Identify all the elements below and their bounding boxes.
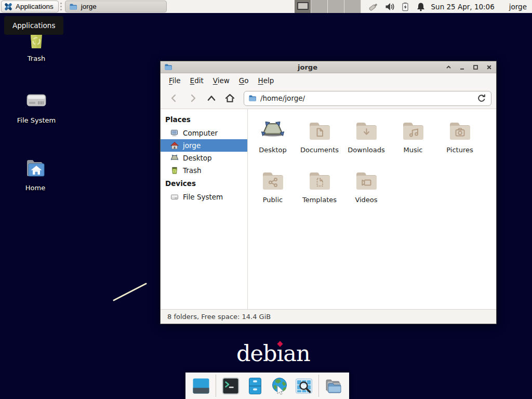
- applications-menu-button[interactable]: Applications: [1, 1, 59, 12]
- statusbar: 8 folders, Free space: 14.4 GiB: [161, 309, 496, 324]
- sidebar-item-computer[interactable]: Computer: [161, 127, 247, 139]
- app-finder-icon: [295, 377, 313, 395]
- folder-label: Desktop: [259, 146, 287, 154]
- desktop-icon-home[interactable]: Home: [9, 155, 61, 192]
- menu-go[interactable]: Go: [234, 74, 254, 87]
- notifications-bell-icon[interactable]: [416, 2, 426, 12]
- minimize-button[interactable]: [459, 64, 466, 71]
- sidebar-item-desktop[interactable]: Desktop: [161, 152, 247, 164]
- workspace-1[interactable]: [295, 0, 311, 13]
- file-manager-window: jorge FileEditViewGoHelp /home/jorge/ Pl…: [160, 61, 497, 324]
- menu-view[interactable]: View: [208, 74, 234, 87]
- desktop-icon-label: File System: [17, 116, 56, 124]
- folder-label: Music: [404, 146, 423, 154]
- folder-pictures[interactable]: Pictures: [436, 118, 483, 168]
- dock-terminal-button[interactable]: [221, 376, 241, 396]
- computer-icon: [170, 129, 179, 137]
- workspace-4[interactable]: [344, 0, 361, 13]
- taskbar-window-label: jorge: [81, 3, 97, 10]
- drive-big-icon: [24, 88, 49, 113]
- workspace-3[interactable]: [328, 0, 344, 13]
- desktop-icon-label: Trash: [28, 55, 45, 62]
- workspace-switcher: [295, 0, 361, 13]
- terminal-icon: [221, 377, 240, 395]
- folder-downloads[interactable]: Downloads: [343, 118, 390, 168]
- panel-username: jorge: [509, 3, 527, 11]
- sidebar-item-jorge[interactable]: jorge: [161, 139, 247, 152]
- desktop-place-icon: [170, 154, 179, 162]
- window-titlebar[interactable]: jorge: [161, 61, 496, 73]
- folder-document-icon: [307, 118, 332, 143]
- home-button[interactable]: [221, 90, 238, 106]
- folder-label: Public: [263, 196, 283, 204]
- up-button[interactable]: [203, 90, 220, 106]
- sidebar-item-trash[interactable]: Trash: [161, 164, 247, 177]
- sidebar-item-label: File System: [183, 193, 223, 201]
- taskbar-window-button[interactable]: jorge: [65, 1, 167, 12]
- menu-help[interactable]: Help: [254, 74, 279, 87]
- home-big-icon: [23, 155, 48, 180]
- dock-separator: [216, 375, 216, 397]
- folder-documents[interactable]: Documents: [296, 118, 343, 168]
- home-place-icon: [170, 141, 179, 150]
- folder-public[interactable]: Public: [249, 168, 296, 218]
- folder-music-icon: [401, 118, 425, 143]
- bottom-dock: [185, 373, 349, 399]
- desktop-icon-file-system[interactable]: File System: [10, 88, 62, 124]
- dock-directory-menu-button[interactable]: [324, 376, 343, 396]
- menu-file[interactable]: File: [164, 74, 185, 87]
- sidebar: Places ComputerjorgeDesktopTrash Devices…: [161, 109, 248, 309]
- sidebar-item-label: Trash: [183, 166, 202, 175]
- maximize-button[interactable]: [472, 64, 479, 71]
- folder-templates[interactable]: Templates: [296, 168, 343, 218]
- dock-show-desktop-button[interactable]: [191, 376, 211, 396]
- desktop-line-artifact: [109, 280, 151, 303]
- battery-icon[interactable]: [400, 2, 410, 12]
- path-text[interactable]: /home/jorge/: [260, 94, 472, 102]
- debian-logo-dot: [277, 341, 283, 347]
- statusbar-text: 8 folders, Free space: 14.4 GiB: [167, 313, 271, 321]
- sidebar-item-label: jorge: [183, 141, 201, 150]
- close-button[interactable]: [486, 64, 493, 71]
- folder-share-icon: [260, 168, 285, 193]
- drive-place-icon: [170, 193, 179, 201]
- devices-header: Devices: [161, 177, 247, 191]
- folder-label: Pictures: [446, 146, 473, 154]
- sidebar-item-file-system[interactable]: File System: [161, 191, 247, 203]
- folder-icon: [69, 3, 77, 11]
- panel-clock[interactable]: Sun 25 Apr, 10:06: [431, 3, 495, 11]
- stylus-tool-icon[interactable]: [368, 2, 379, 12]
- dock-app-finder-button[interactable]: [294, 376, 314, 396]
- places-header: Places: [161, 113, 247, 127]
- folder-music[interactable]: Music: [390, 118, 436, 168]
- path-folder-icon: [248, 94, 257, 102]
- panel-handle[interactable]: [59, 0, 64, 13]
- workspace-window-preview: [297, 2, 309, 10]
- folder-template-icon: [307, 168, 332, 193]
- location-bar[interactable]: /home/jorge/: [244, 91, 491, 106]
- dock-web-browser-button[interactable]: [270, 376, 289, 396]
- dock-file-cabinet-button[interactable]: [245, 376, 265, 396]
- folder-label: Documents: [300, 146, 339, 154]
- folder-label: Videos: [355, 196, 377, 204]
- forward-button[interactable]: [184, 90, 201, 106]
- back-button[interactable]: [165, 90, 182, 106]
- debian-logo-text: deb: [236, 340, 277, 366]
- window-title: jorge: [161, 63, 455, 71]
- toolbar: /home/jorge/: [161, 88, 496, 109]
- reload-button[interactable]: [475, 92, 488, 104]
- folder-desktop[interactable]: Desktop: [249, 118, 296, 168]
- sidebar-item-label: Desktop: [183, 154, 212, 162]
- workspace-2[interactable]: [311, 0, 328, 13]
- show-desktop-icon: [192, 377, 210, 395]
- applications-menu-label: Applications: [16, 3, 54, 10]
- applications-tooltip: Applications: [4, 16, 63, 35]
- volume-icon[interactable]: [384, 2, 395, 12]
- folder-video-icon: [354, 168, 379, 193]
- sidebar-item-label: Computer: [183, 129, 218, 137]
- menu-edit[interactable]: Edit: [185, 74, 208, 87]
- desktop-icon: [260, 118, 285, 143]
- shade-button[interactable]: [445, 64, 452, 71]
- folder-videos[interactable]: Videos: [343, 168, 390, 218]
- desktop-icon-label: Home: [25, 184, 45, 192]
